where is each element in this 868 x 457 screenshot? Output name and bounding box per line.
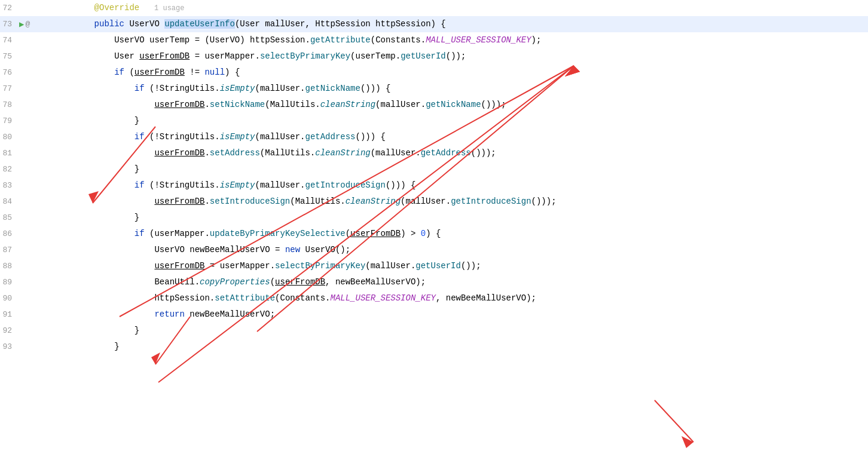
token: @Override bbox=[94, 3, 140, 13]
token: = userMapper. bbox=[204, 261, 275, 271]
code-line-content: public UserVO updateUserInfo(User mallUs… bbox=[72, 16, 868, 32]
code-line-content: userFromDB.setAddress(MallUtils.cleanStr… bbox=[72, 145, 868, 161]
token: ( bbox=[270, 277, 275, 287]
line-row: 81 userFromDB.setAddress(MallUtils.clean… bbox=[0, 145, 868, 161]
token: setAddress bbox=[210, 148, 260, 158]
code-line-content: userFromDB.setIntroduceSign(MallUtils.cl… bbox=[72, 194, 868, 209]
code-lines: 72 @Override 1 usage73▶@ public UserVO u… bbox=[0, 0, 868, 355]
token: . bbox=[210, 293, 215, 303]
line-number: 81 bbox=[0, 146, 19, 161]
line-row: 86 if (userMapper.updateByPrimaryKeySele… bbox=[0, 226, 868, 242]
token: if bbox=[135, 84, 145, 93]
token: } bbox=[74, 164, 139, 174]
line-gutter: 86 bbox=[0, 226, 72, 242]
code-line-content: User userFromDB = userMapper.selectByPri… bbox=[72, 48, 868, 64]
line-number: 84 bbox=[0, 194, 19, 210]
token bbox=[74, 3, 94, 13]
at-icon[interactable]: @ bbox=[25, 17, 30, 32]
line-gutter: 80 bbox=[0, 130, 72, 145]
code-line-content: UserVO userTemp = (UserVO) httpSession.g… bbox=[72, 32, 868, 48]
code-line-content: } bbox=[72, 161, 868, 177]
line-gutter: 88 bbox=[0, 259, 72, 274]
code-line-content: BeanUtil.copyProperties(userFromDB, newB… bbox=[72, 274, 868, 290]
token: UserVO bbox=[210, 35, 240, 45]
token bbox=[74, 51, 114, 61]
token: (User mallUser, HttpSession httpSession)… bbox=[235, 19, 446, 29]
line-gutter: 89 bbox=[0, 275, 72, 290]
code-editor: 72 @Override 1 usage73▶@ public UserVO u… bbox=[0, 0, 868, 457]
code-line-content: } bbox=[72, 210, 868, 225]
token: . bbox=[195, 277, 200, 287]
token: UserVO(); bbox=[300, 245, 350, 254]
token: selectByPrimaryKey bbox=[260, 51, 350, 61]
token: } bbox=[74, 326, 139, 335]
token: ())); bbox=[531, 197, 557, 206]
line-row: 91 return newBeeMallUserVO; bbox=[0, 306, 868, 323]
line-number: 72 bbox=[0, 1, 19, 16]
line-number: 88 bbox=[0, 259, 19, 274]
line-row: 82 } bbox=[0, 161, 868, 177]
line-number: 75 bbox=[0, 49, 19, 65]
line-gutter: 75 bbox=[0, 49, 72, 65]
token: getIntroduceSign bbox=[305, 180, 386, 190]
token: isEmpty bbox=[220, 132, 255, 142]
gutter-icons: ▶@ bbox=[19, 17, 38, 32]
line-row: 77 if (!StringUtils.isEmpty(mallUser.get… bbox=[0, 81, 868, 97]
token bbox=[74, 180, 135, 190]
token: userFromDB bbox=[275, 277, 325, 287]
token: getUserId bbox=[401, 51, 446, 61]
token bbox=[135, 51, 139, 61]
token: userFromDB bbox=[154, 197, 204, 206]
token: ); bbox=[531, 35, 542, 45]
token: (MallUtils. bbox=[265, 100, 320, 109]
token bbox=[74, 229, 135, 238]
code-line-content: userFromDB = userMapper.selectByPrimaryK… bbox=[72, 258, 868, 274]
line-row: 76 if (userFromDB != null) { bbox=[0, 65, 868, 81]
token: } bbox=[74, 213, 139, 222]
code-line-content: } bbox=[72, 113, 868, 128]
token: getUserId bbox=[415, 261, 461, 271]
line-number: 93 bbox=[0, 339, 19, 355]
token bbox=[74, 293, 154, 303]
line-row: 84 userFromDB.setIntroduceSign(MallUtils… bbox=[0, 194, 868, 210]
token bbox=[74, 261, 154, 271]
line-gutter: 78 bbox=[0, 97, 72, 113]
token: selectByPrimaryKey bbox=[275, 261, 365, 271]
line-row: 93 } bbox=[0, 339, 868, 355]
token: . bbox=[204, 197, 209, 206]
line-gutter: 82 bbox=[0, 162, 72, 177]
line-number: 76 bbox=[0, 65, 19, 81]
token: ( bbox=[346, 229, 350, 238]
code-line-content: return newBeeMallUserVO; bbox=[72, 306, 868, 322]
token: userFromDB bbox=[135, 68, 185, 77]
token: UserVO bbox=[114, 35, 144, 45]
line-row: 89 BeanUtil.copyProperties(userFromDB, n… bbox=[0, 274, 868, 290]
line-number: 89 bbox=[0, 275, 19, 290]
code-line-content: UserVO newBeeMallUserVO = new UserVO(); bbox=[72, 242, 868, 257]
token: public bbox=[94, 19, 124, 29]
token: setAttribute bbox=[215, 293, 275, 303]
line-gutter: 90 bbox=[0, 291, 72, 306]
line-number: 82 bbox=[0, 162, 19, 177]
token: UserVO bbox=[154, 245, 184, 254]
token: ()); bbox=[446, 51, 466, 61]
token: newBeeMallUserVO; bbox=[185, 309, 275, 319]
line-number: 78 bbox=[0, 97, 19, 113]
line-number: 92 bbox=[0, 323, 19, 339]
line-row: 79 } bbox=[0, 113, 868, 129]
run-icon[interactable]: ▶ bbox=[19, 17, 24, 32]
line-gutter: 83 bbox=[0, 178, 72, 194]
line-row: 85 } bbox=[0, 210, 868, 226]
code-line-content: httpSession.setAttribute(Constants.MALL_… bbox=[72, 290, 868, 306]
line-gutter: 77 bbox=[0, 81, 72, 97]
token: (!StringUtils. bbox=[145, 132, 220, 142]
token: cleanString bbox=[320, 100, 375, 109]
line-gutter: 72 bbox=[0, 1, 72, 16]
token: (mallUser. bbox=[371, 148, 421, 158]
line-number: 83 bbox=[0, 178, 19, 194]
token bbox=[74, 148, 154, 158]
line-gutter: 76 bbox=[0, 65, 72, 81]
token: (mallUser. bbox=[255, 132, 305, 142]
token: isEmpty bbox=[220, 180, 255, 190]
token: new bbox=[285, 245, 300, 254]
